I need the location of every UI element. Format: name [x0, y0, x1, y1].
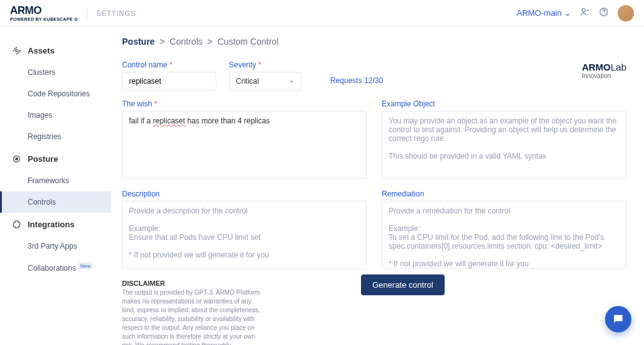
user-add-icon[interactable]: [580, 7, 590, 19]
integrations-icon: [11, 219, 21, 229]
header-divider: [87, 7, 87, 20]
new-badge: New: [79, 263, 92, 269]
help-icon[interactable]: [599, 7, 609, 19]
workspace-name: ARMO-main: [516, 8, 562, 18]
workspace-switcher[interactable]: ARMO-main ⌄: [516, 8, 571, 18]
app-header: ARMO POWERED BY KUBESCAPE ⊙ SETTINGS ARM…: [0, 0, 644, 26]
sidebar-item-collaborations[interactable]: CollaborationsNew: [0, 257, 111, 279]
sidebar-item-controls[interactable]: Controls: [0, 191, 111, 213]
main-content: Posture > Controls > Custom Control ARMO…: [111, 26, 644, 345]
wish-textarea[interactable]: fail if a replicaset has more than 4 rep…: [122, 111, 367, 179]
sidebar-label: Assets: [28, 46, 55, 55]
crumb-controls[interactable]: Controls: [170, 37, 203, 47]
breadcrumb: Posture > Controls > Custom Control: [122, 37, 626, 47]
severity-field: Severity * Critical: [229, 60, 301, 91]
armolab-badge: ARMOLab Innovation: [582, 62, 626, 79]
posture-icon: [11, 154, 21, 164]
control-name-field: Control name *: [122, 60, 216, 91]
sidebar-label: Posture: [28, 154, 58, 164]
sidebar-item-repos[interactable]: Code Repositories: [0, 83, 111, 105]
sidebar-item-registries[interactable]: Registries: [0, 126, 111, 147]
control-name-input[interactable]: [122, 72, 216, 91]
sidebar-label: Integrations: [28, 220, 74, 229]
settings-link[interactable]: SETTINGS: [96, 9, 136, 17]
header-right: ARMO-main ⌄: [516, 5, 634, 21]
logo: ARMO: [10, 4, 78, 17]
logo-subtitle: POWERED BY KUBESCAPE ⊙: [10, 17, 78, 22]
logo-block: ARMO POWERED BY KUBESCAPE ⊙: [10, 4, 78, 22]
sidebar-item-frameworks[interactable]: Frameworks: [0, 170, 111, 191]
svg-point-2: [15, 49, 18, 52]
sidebar-item-3rd-party[interactable]: 3rd Party Apps: [0, 235, 111, 257]
crumb-custom-control: Custom Control: [218, 37, 279, 47]
generate-control-button[interactable]: Generate control: [361, 274, 445, 295]
example-object-textarea[interactable]: [382, 111, 626, 179]
svg-point-4: [15, 157, 18, 160]
sidebar-item-clusters[interactable]: Clusters: [0, 62, 111, 83]
chat-bubble-button[interactable]: [605, 306, 631, 332]
sidebar-group-posture[interactable]: Posture: [0, 147, 111, 170]
remediation-textarea[interactable]: [382, 201, 626, 269]
requests-counter: Requests 12/30: [330, 76, 383, 85]
sidebar-group-integrations[interactable]: Integrations: [0, 213, 111, 235]
disclaimer: DISCLAIMER The output is provided by GPT…: [122, 280, 260, 345]
sidebar-item-images[interactable]: Images: [0, 105, 111, 126]
sidebar: Assets Clusters Code Repositories Images…: [0, 26, 111, 345]
assets-icon: [11, 45, 21, 55]
severity-select[interactable]: Critical: [229, 72, 301, 91]
crumb-posture[interactable]: Posture: [122, 37, 155, 47]
chevron-down-icon: ⌄: [564, 8, 571, 18]
svg-point-0: [582, 9, 585, 12]
description-textarea[interactable]: [122, 201, 367, 269]
avatar[interactable]: [618, 5, 634, 21]
sidebar-group-assets[interactable]: Assets: [0, 39, 111, 62]
